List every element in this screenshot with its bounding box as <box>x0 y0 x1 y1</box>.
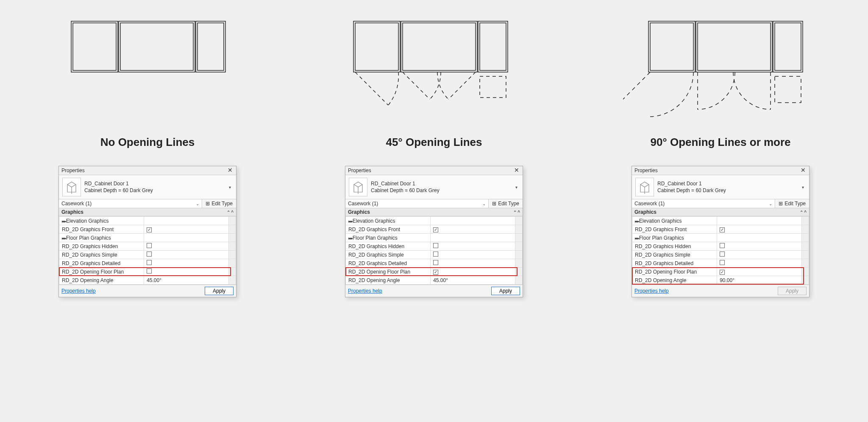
param-name: RD_2D Graphics Simple <box>346 251 431 259</box>
param-row-simple[interactable]: RD_2D Graphics Simple <box>632 251 809 259</box>
checkbox-hidden[interactable] <box>433 243 438 248</box>
param-row-detailed[interactable]: RD_2D Graphics Detailed <box>59 259 236 268</box>
type-dropdown-icon[interactable]: ▾ <box>800 184 806 190</box>
param-row-hidden[interactable]: RD_2D Graphics Hidden <box>346 242 523 251</box>
edit-type-label: Edit Type <box>498 201 519 207</box>
param-row-opening-angle[interactable]: RD_2D Opening Angle45.00° <box>59 276 236 285</box>
checkbox-detailed[interactable] <box>433 260 438 265</box>
svg-rect-18 <box>696 21 772 72</box>
param-row-front[interactable]: RD_2D Graphics Front <box>632 225 809 234</box>
checkbox-simple[interactable] <box>433 252 438 257</box>
checkbox-front[interactable] <box>147 227 152 232</box>
edit-type-button[interactable]: ⊞ Edit Type <box>489 199 523 208</box>
angle-value[interactable]: 45.00° <box>431 276 515 285</box>
svg-rect-6 <box>353 21 400 72</box>
param-row-opening-fp[interactable]: RD_2D Opening Floor Plan <box>59 268 236 276</box>
panel-footer: Properties help Apply <box>632 285 809 297</box>
checkbox-front[interactable] <box>433 227 438 232</box>
group-header-graphics[interactable]: Graphics ⌃^ <box>59 208 236 216</box>
column-90-opening: 90° Opening Lines or more Properties ✕ R… <box>590 8 851 297</box>
param-name: RD_2D Opening Angle <box>59 276 144 285</box>
group-header-graphics[interactable]: Graphics ⌃^ <box>632 208 809 216</box>
type-dropdown-icon[interactable]: ▾ <box>227 184 233 190</box>
checkbox-opening-fp[interactable] <box>720 270 725 275</box>
param-name: RD_2D Opening Floor Plan <box>632 268 717 276</box>
param-row-elevation[interactable]: Elevation Graphics <box>632 217 809 225</box>
family-thumbnail-icon <box>62 178 81 196</box>
checkbox-opening-fp[interactable] <box>147 268 152 274</box>
param-row-floor[interactable]: Floor Plan Graphics <box>346 234 523 242</box>
panel-title-text: Properties <box>61 168 85 173</box>
close-icon[interactable]: ✕ <box>513 167 520 174</box>
type-variant: Cabinet Depth = 60 Dark Grey <box>657 187 796 194</box>
properties-help-link[interactable]: Properties help <box>348 288 382 294</box>
param-row-hidden[interactable]: RD_2D Graphics Hidden <box>632 242 809 251</box>
svg-rect-7 <box>355 23 398 70</box>
type-dropdown-icon[interactable]: ▾ <box>513 184 519 190</box>
properties-help-link[interactable]: Properties help <box>634 288 669 294</box>
checkbox-simple[interactable] <box>720 252 725 257</box>
edit-type-button[interactable]: ⊞ Edit Type <box>202 199 236 208</box>
edit-type-label: Edit Type <box>785 201 806 207</box>
checkbox-hidden[interactable] <box>720 243 725 248</box>
param-row-opening-fp[interactable]: RD_2D Opening Floor Plan <box>346 268 523 276</box>
checkbox-detailed[interactable] <box>147 260 152 265</box>
parameters-table: Elevation Graphics RD_2D Graphics Front … <box>345 216 523 285</box>
group-header-graphics[interactable]: Graphics ⌃^ <box>345 208 523 216</box>
param-name: RD_2D Opening Floor Plan <box>59 268 144 276</box>
param-name: RD_2D Graphics Hidden <box>346 242 431 251</box>
close-icon[interactable]: ✕ <box>227 167 234 174</box>
param-row-detailed[interactable]: RD_2D Graphics Detailed <box>632 259 809 268</box>
type-text: RD_Cabinet Door 1 Cabinet Depth = 60 Dar… <box>84 180 223 194</box>
param-row-simple[interactable]: RD_2D Graphics Simple <box>59 251 236 259</box>
param-row-front[interactable]: RD_2D Graphics Front <box>59 225 236 234</box>
param-row-hidden[interactable]: RD_2D Graphics Hidden <box>59 242 236 251</box>
chevron-down-icon: ⌄ <box>482 201 486 206</box>
svg-rect-10 <box>478 21 508 72</box>
apply-button[interactable]: Apply <box>491 287 520 295</box>
param-row-elevation[interactable]: Elevation Graphics <box>59 217 236 225</box>
param-row-opening-angle[interactable]: RD_2D Opening Angle90.00° <box>632 276 809 285</box>
angle-value[interactable]: 90.00° <box>717 276 802 285</box>
param-name: Elevation Graphics <box>348 218 395 224</box>
category-row: Casework (1) ⌄ ⊞ Edit Type <box>345 199 523 208</box>
edit-type-label: Edit Type <box>211 201 233 207</box>
category-selector[interactable]: Casework (1) ⌄ <box>632 199 775 208</box>
svg-rect-19 <box>698 23 771 70</box>
param-name: Floor Plan Graphics <box>635 235 684 241</box>
param-row-front[interactable]: RD_2D Graphics Front <box>346 225 523 234</box>
param-name: RD_2D Opening Angle <box>346 276 431 285</box>
param-row-opening-angle[interactable]: RD_2D Opening Angle45.00° <box>346 276 523 285</box>
three-column-layout: No Opening Lines Properties ✕ RD_Cabinet… <box>17 8 851 297</box>
checkbox-simple[interactable] <box>147 252 152 257</box>
category-row: Casework (1) ⌄ ⊞ Edit Type <box>59 199 236 208</box>
param-row-opening-fp[interactable]: RD_2D Opening Floor Plan <box>632 268 809 276</box>
group-label: Graphics <box>61 209 83 215</box>
angle-value[interactable]: 45.00° <box>144 276 229 285</box>
collapse-icons: ⌃^ <box>800 210 807 215</box>
checkbox-detailed[interactable] <box>720 260 725 265</box>
checkbox-opening-fp[interactable] <box>433 270 438 275</box>
svg-rect-17 <box>650 23 693 70</box>
apply-button[interactable]: Apply <box>205 287 234 295</box>
edit-type-icon: ⊞ <box>206 201 210 207</box>
param-row-elevation[interactable]: Elevation Graphics <box>346 217 523 225</box>
category-selector[interactable]: Casework (1) ⌄ <box>59 199 202 208</box>
panel-title-text: Properties <box>634 168 658 173</box>
checkbox-hidden[interactable] <box>147 243 152 248</box>
edit-type-button[interactable]: ⊞ Edit Type <box>775 199 809 208</box>
param-row-simple[interactable]: RD_2D Graphics Simple <box>346 251 523 259</box>
param-name: RD_2D Graphics Front <box>632 225 717 234</box>
properties-panel-1: Properties ✕ RD_Cabinet Door 1 Cabinet D… <box>58 166 236 297</box>
panel-footer: Properties help Apply <box>345 285 523 297</box>
svg-rect-25 <box>775 76 801 103</box>
param-row-floor[interactable]: Floor Plan Graphics <box>59 234 236 242</box>
close-icon[interactable]: ✕ <box>800 167 807 174</box>
param-row-floor[interactable]: Floor Plan Graphics <box>632 234 809 242</box>
category-selector[interactable]: Casework (1) ⌄ <box>345 199 489 208</box>
param-row-detailed[interactable]: RD_2D Graphics Detailed <box>346 259 523 268</box>
properties-help-link[interactable]: Properties help <box>61 288 96 294</box>
checkbox-front[interactable] <box>720 227 725 232</box>
param-name: RD_2D Graphics Simple <box>632 251 717 259</box>
parameters-table: Elevation Graphics RD_2D Graphics Front … <box>632 216 809 285</box>
